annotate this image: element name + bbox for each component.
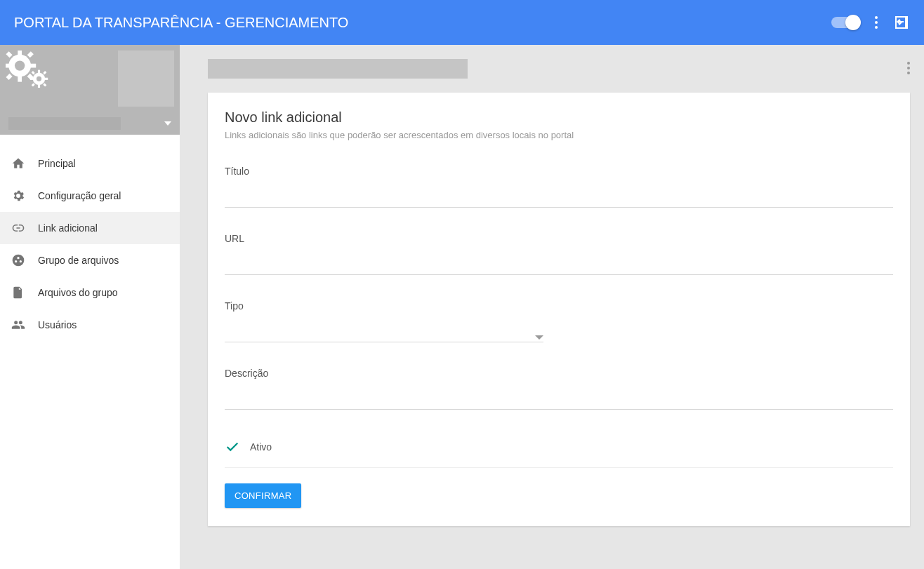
check-icon	[225, 439, 240, 455]
users-icon	[11, 318, 25, 332]
gear-icon	[11, 189, 25, 203]
field-label: URL	[225, 233, 893, 244]
appbar-actions	[831, 14, 910, 31]
svg-point-2	[875, 26, 878, 29]
chevron-down-icon	[535, 335, 543, 340]
svg-rect-5	[18, 51, 22, 55]
svg-rect-20	[43, 83, 46, 87]
sidebar-header	[0, 45, 180, 135]
page-title-placeholder	[208, 59, 468, 79]
field-label: Descrição	[225, 368, 893, 379]
svg-rect-18	[44, 78, 48, 80]
svg-rect-21	[32, 83, 35, 87]
svg-point-24	[907, 67, 910, 69]
svg-point-4	[15, 60, 25, 70]
tipo-select[interactable]	[225, 330, 543, 342]
org-logo-placeholder	[118, 51, 174, 107]
home-icon	[11, 156, 25, 170]
sidebar-nav: Principal Configuração geral Link adicio…	[0, 135, 180, 341]
field-tipo: Tipo	[225, 300, 893, 342]
more-vertical-button[interactable]	[875, 16, 878, 29]
field-label: Título	[225, 166, 893, 177]
sidebar: Principal Configuração geral Link adicio…	[0, 45, 180, 569]
more-vertical-icon	[875, 16, 878, 29]
page-more-button[interactable]	[907, 62, 910, 76]
sidebar-item-grupo-arquivos[interactable]: Grupo de arquivos	[0, 244, 180, 276]
svg-rect-22	[43, 71, 46, 74]
svg-rect-16	[38, 84, 40, 88]
logout-button[interactable]	[893, 14, 910, 31]
field-descricao: Descrição	[225, 368, 893, 410]
link-icon	[11, 221, 25, 235]
svg-rect-6	[18, 76, 22, 82]
svg-point-25	[907, 72, 910, 74]
gears-icon	[6, 51, 56, 101]
svg-point-14	[37, 76, 41, 81]
svg-point-0	[875, 16, 878, 19]
svg-point-23	[907, 62, 910, 65]
sidebar-item-label: Arquivos do grupo	[38, 287, 118, 298]
field-url: URL	[225, 233, 893, 275]
org-dropdown[interactable]	[0, 112, 180, 135]
sidebar-item-label: Usuários	[38, 319, 77, 330]
card-subtitle: Links adicionais são links que poderão s…	[225, 130, 893, 140]
svg-point-1	[875, 21, 878, 24]
confirm-button[interactable]: CONFIRMAR	[225, 483, 301, 508]
group-work-icon	[11, 253, 25, 267]
sidebar-item-usuarios[interactable]: Usuários	[0, 309, 180, 341]
main-content: Novo link adicional Links adicionais são…	[180, 45, 924, 569]
sidebar-item-link-adicional[interactable]: Link adicional	[0, 212, 180, 244]
svg-rect-7	[6, 64, 10, 68]
org-name-placeholder	[8, 117, 121, 130]
ativo-label: Ativo	[250, 441, 272, 453]
sidebar-item-label: Configuração geral	[38, 190, 121, 201]
toggle-thumb-icon	[845, 15, 861, 30]
svg-rect-11	[6, 74, 12, 80]
chevron-down-icon	[164, 121, 171, 126]
svg-rect-17	[30, 78, 34, 80]
card-title: Novo link adicional	[225, 109, 893, 126]
sidebar-item-label: Link adicional	[38, 222, 98, 234]
logout-icon	[893, 14, 910, 31]
page-header	[208, 59, 910, 79]
descricao-input[interactable]	[225, 397, 893, 410]
svg-rect-9	[6, 51, 12, 58]
sidebar-item-config[interactable]: Configuração geral	[0, 180, 180, 212]
field-label: Tipo	[225, 300, 893, 312]
more-vertical-icon	[907, 62, 910, 74]
theme-toggle[interactable]	[831, 17, 859, 28]
sidebar-item-label: Grupo de arquivos	[38, 255, 119, 266]
titulo-input[interactable]	[225, 195, 893, 208]
sidebar-item-principal[interactable]: Principal	[0, 147, 180, 180]
form-card: Novo link adicional Links adicionais são…	[208, 93, 910, 526]
svg-rect-12	[27, 51, 34, 58]
ativo-checkbox[interactable]: Ativo	[225, 435, 893, 468]
appbar: PORTAL DA TRANSPARÊNCIA - GERENCIAMENTO	[0, 0, 924, 45]
url-input[interactable]	[225, 262, 893, 275]
svg-rect-15	[38, 70, 40, 74]
file-icon	[11, 286, 25, 300]
svg-rect-19	[32, 71, 35, 74]
appbar-title: PORTAL DA TRANSPARÊNCIA - GERENCIAMENTO	[14, 15, 348, 31]
field-titulo: Título	[225, 166, 893, 208]
sidebar-item-arquivos-grupo[interactable]: Arquivos do grupo	[0, 276, 180, 309]
sidebar-item-label: Principal	[38, 158, 76, 169]
svg-rect-8	[30, 64, 37, 68]
